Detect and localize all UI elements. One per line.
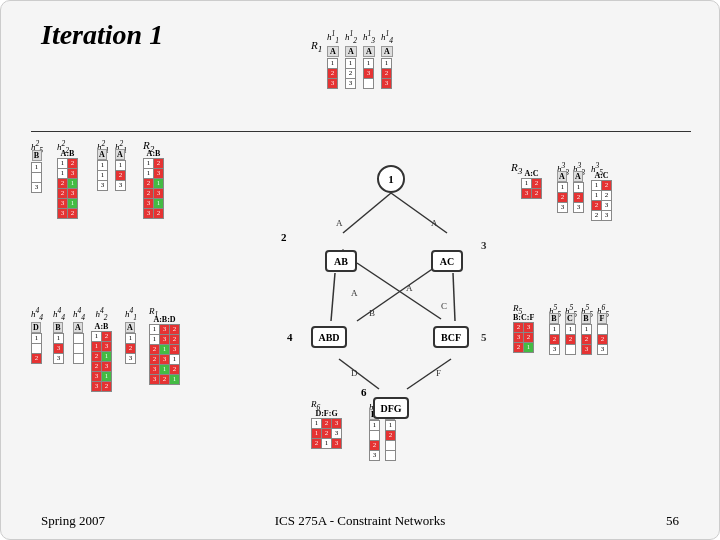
h2-5-block: B 1 3 bbox=[31, 149, 42, 193]
svg-text:3: 3 bbox=[481, 239, 487, 251]
h5-5c-block: C 1 2 bbox=[565, 313, 576, 355]
node-dfg: DFG bbox=[373, 397, 409, 419]
h3-3b-block: A 1 2 3 bbox=[573, 171, 584, 213]
svg-text:A: A bbox=[431, 218, 438, 228]
main-page: Iteration 1 R1 h11 A 123 h12 A 123 h13 A… bbox=[0, 0, 720, 540]
node-2-label: 2 bbox=[281, 231, 287, 243]
node-4-label: 4 bbox=[287, 331, 293, 343]
r2-block: A:B 12 13 21 23 31 32 bbox=[143, 149, 164, 219]
h4-4-b-block: h44 B 1 3 3 bbox=[53, 306, 65, 364]
svg-line-8 bbox=[407, 359, 451, 389]
svg-line-5 bbox=[357, 263, 441, 321]
h5-5f-block: F 2 3 bbox=[597, 313, 608, 355]
graph-connections: A A A A B C D F 3 5 bbox=[1, 1, 720, 540]
svg-text:B: B bbox=[369, 308, 375, 318]
r1-label: R1 bbox=[311, 39, 322, 54]
svg-line-6 bbox=[453, 273, 455, 321]
svg-text:A: A bbox=[351, 288, 358, 298]
footer-spring: Spring 2007 bbox=[41, 513, 105, 529]
node-ab: AB bbox=[325, 250, 357, 272]
r1-bottom-block: A:B:D 132 132 213 231 312 321 bbox=[149, 315, 180, 385]
svg-text:D: D bbox=[351, 368, 358, 378]
h3-3-ac-block: A:C 12 32 bbox=[521, 169, 542, 199]
svg-line-3 bbox=[331, 273, 335, 321]
h1-1-block: h11 A 123 bbox=[327, 29, 339, 89]
h1-2-block: h12 A 123 bbox=[345, 29, 357, 89]
node-ac: AC bbox=[431, 250, 463, 272]
node-abd: ABD bbox=[311, 326, 347, 348]
h4-2-ab-block: h42 A:B 12 13 21 23 31 32 bbox=[91, 306, 112, 392]
svg-line-7 bbox=[339, 359, 379, 389]
svg-text:A: A bbox=[336, 218, 343, 228]
node-bcf: BCF bbox=[433, 326, 469, 348]
divider bbox=[31, 131, 691, 132]
svg-text:F: F bbox=[436, 368, 441, 378]
h3-5-block: A:C 12 12 23 23 bbox=[591, 171, 612, 221]
node-6-label: 6 bbox=[361, 386, 367, 398]
h5-5b2-block: B 1 2 3 bbox=[581, 313, 592, 355]
h2-1a-block: A 1 1 3 bbox=[97, 149, 108, 191]
h1-3-block: h13 A 13 bbox=[363, 29, 375, 89]
h2-1b-block: A 1 2 3 bbox=[115, 149, 126, 191]
svg-line-0 bbox=[343, 193, 391, 233]
svg-text:A: A bbox=[406, 283, 413, 293]
footer-page: 56 bbox=[666, 513, 679, 529]
r5-bcf-block: B:C:F 23 32 21 bbox=[513, 313, 534, 353]
svg-text:5: 5 bbox=[481, 331, 487, 343]
footer-course: ICS 275A - Constraint Networks bbox=[275, 513, 445, 529]
page-title: Iteration 1 bbox=[41, 19, 163, 51]
h4-4-a-block: h44 A bbox=[73, 306, 85, 364]
svg-line-4 bbox=[357, 263, 441, 319]
h3-3a-block: A 1 2 3 bbox=[557, 171, 568, 213]
svg-line-1 bbox=[391, 193, 447, 233]
svg-text:C: C bbox=[441, 301, 447, 311]
h4-1-a-block: h41 A 1 2 3 bbox=[125, 306, 137, 364]
node-1: 1 bbox=[377, 165, 405, 193]
h1-4-block: h14 A 123 bbox=[381, 29, 393, 89]
h4-4-d-block: h44 D 1 2 bbox=[31, 306, 43, 364]
r6-dfg-block: D:F:G 123 123 213 bbox=[311, 409, 342, 449]
h2-2-block: A:B 12 13 21 23 31 32 bbox=[57, 149, 78, 219]
h5-5b-block: B 1 2 3 bbox=[549, 313, 560, 355]
